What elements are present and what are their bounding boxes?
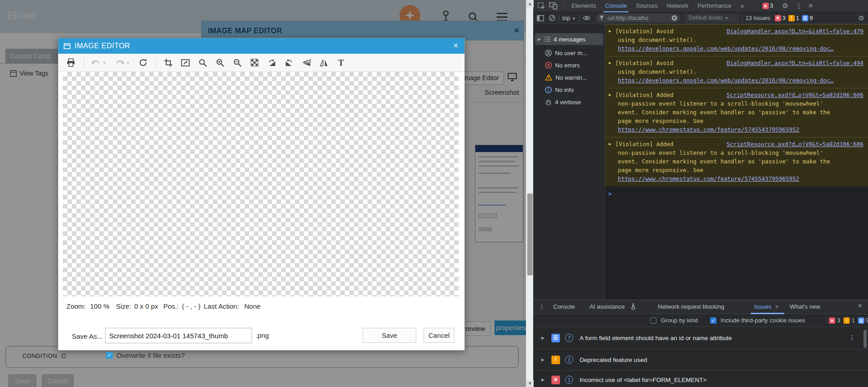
more-tabs-icon[interactable]: » [736,0,749,12]
text-tool-icon[interactable]: T [335,56,347,69]
devtools-menu-icon[interactable]: ⋮ [796,2,802,10]
zoom-out-icon[interactable] [231,56,243,69]
sidebar-item-label: No warnin... [555,74,587,81]
log-levels-dropdown[interactable]: Default levels ▼ [685,14,739,22]
drawer-tab-console[interactable]: Console [553,303,575,310]
console-prompt[interactable]: > [608,190,868,197]
drawer-tab-issues[interactable]: Issues [754,303,772,310]
device-toolbar-icon[interactable] [549,2,557,10]
issue-count-badge: 1 [565,376,573,384]
issues-counter[interactable]: 13 Issues: ✕ 3 ! 1 ☰ 9 [746,15,816,21]
source-link[interactable]: ScriptResource.axd?d…ojV0&t=5a82d106:606 [727,140,863,148]
source-link[interactable]: DialogHandler.aspx?D…tn=&isRtl=false:494 [727,59,863,67]
sidebar-item-info[interactable]: No info [535,84,603,96]
source-link[interactable]: ScriptResource.axd?d…ojV0&t=5a82d106:606 [727,91,863,99]
scroll-down-icon[interactable]: ▼ [526,380,534,387]
info-circle-icon [545,87,552,93]
console-filter[interactable]: -url:http://localho [596,14,681,22]
zoom-in-icon[interactable] [214,56,226,69]
tab-network[interactable]: Network [662,0,693,12]
console-message[interactable]: ▶[Violation] Added ScriptResource.axd?d…… [605,88,868,137]
undo-icon[interactable] [90,56,102,69]
resize-icon[interactable] [179,56,192,69]
group-by-kind-checkbox[interactable] [650,317,656,324]
flip-vertical-icon[interactable] [300,56,313,69]
overwrite-checkbox[interactable]: ✓ [106,352,113,359]
scroll-up-icon[interactable]: ▲ [526,0,534,7]
expand-icon[interactable]: ▶ [541,336,545,340]
clear-console-icon[interactable] [549,15,555,21]
undo-menu-icon[interactable]: ▾ [103,60,109,65]
tab-elements[interactable]: Elements [567,0,601,12]
console-sidebar-toggle-icon[interactable] [537,15,544,21]
error-badge[interactable]: ✕ 3 [762,3,776,9]
dialog-save-button[interactable]: Save [363,328,416,343]
tab-console[interactable]: Console [601,0,631,12]
issue-row[interactable]: ▶ ☰ 7 A form field element should have a… [533,327,868,349]
tab-sources[interactable]: Sources [631,0,662,12]
redo-icon[interactable] [113,56,126,69]
tab-performance[interactable]: Performance [693,0,736,12]
sidebar-item-user-messages[interactable]: No user m... [535,47,603,59]
expand-icon[interactable]: ▶ [538,37,541,41]
refresh-icon[interactable] [137,56,149,69]
zoom-icon[interactable] [197,56,209,69]
filter-input[interactable]: -url:http://localho [606,15,669,21]
issue-count-badge: 1 [565,356,573,364]
bug-icon [545,99,552,106]
clear-filter-icon[interactable] [671,15,677,21]
source-link[interactable]: DialogHandler.aspx?D…tn=&isRtl=false:479 [727,27,863,36]
dialog-cancel-button[interactable]: Cancel [424,328,454,343]
transparency-icon[interactable] [248,56,261,69]
message-link[interactable]: https://www.chromestatus.com/feature/574… [618,125,842,134]
editor-canvas[interactable] [63,72,459,296]
message-body: non-passive event listener to a scroll-b… [618,99,842,125]
live-expression-eye-icon[interactable] [583,15,590,21]
issue-warning-icon: ! [551,356,560,364]
third-party-checkbox[interactable]: ✓ [710,317,717,324]
sidebar-item-messages[interactable]: ▶ 4 messages [535,33,603,45]
inspect-element-icon[interactable] [538,2,545,10]
image-editor-close-icon[interactable]: × [453,41,458,51]
page-scrollbar[interactable]: ▲ ▼ [526,0,533,387]
sidebar-item-verbose[interactable]: 4 verbose [535,96,603,108]
message-link[interactable]: https://developers.google.com/web/update… [618,44,842,53]
redo-menu-icon[interactable]: ▾ [127,60,132,65]
rotate-left-icon[interactable] [283,56,295,69]
divider [563,2,564,10]
drawer-tab-ai-assistance[interactable]: AI assistance [590,303,625,310]
issue-menu-icon[interactable]: ⋮ [849,334,855,341]
message-link[interactable]: https://www.chromestatus.com/feature/574… [618,174,842,183]
drawer-menu-icon[interactable]: ⋮ [539,303,545,310]
console-message[interactable]: ▶[Violation] Avoid DialogHandler.aspx?D…… [605,24,868,56]
expand-icon[interactable]: ▶ [609,59,611,67]
drawer-tab-network-request-blocking[interactable]: Network request blocking [658,303,724,310]
message-link[interactable]: https://developers.google.com/web/update… [618,76,842,85]
context-selector[interactable]: top ▼ [562,15,576,21]
devtools-close-icon[interactable]: × [808,1,813,10]
sidebar-item-warnings[interactable]: No warnin... [535,71,603,83]
drawer-tab-whats-new[interactable]: What's new [790,303,820,310]
rotate-right-icon[interactable] [266,56,278,69]
scrollbar-thumb[interactable] [527,194,533,275]
issue-row[interactable]: ▶ ! 1 Deprecated feature used [533,349,868,371]
crop-icon[interactable] [162,56,174,69]
console-settings-gear-icon[interactable]: ⚙ [858,14,864,22]
settings-gear-icon[interactable]: ⚙ [782,2,788,10]
drawer-tab-issues-close-icon[interactable]: × [775,303,779,310]
flip-horizontal-icon[interactable] [318,56,330,69]
expand-icon[interactable]: ▶ [609,140,611,148]
console-message[interactable]: ▶[Violation] Added ScriptResource.axd?d…… [605,137,868,186]
drawer-scrollbar-thumb[interactable] [863,330,867,348]
issue-row[interactable]: ▶ ✕ 1 Incorrect use of <label for=FORM_E… [533,371,868,387]
expand-icon[interactable]: ▶ [541,377,545,382]
print-icon[interactable] [65,56,77,69]
webpage: Logo Custom Comp View Tags CONDITION [0,0,526,387]
expand-icon[interactable]: ▶ [541,357,545,362]
filename-input[interactable] [105,328,252,343]
expand-icon[interactable]: ▶ [609,91,611,99]
sidebar-item-errors[interactable]: No errors [535,59,603,71]
console-message[interactable]: ▶[Violation] Avoid DialogHandler.aspx?D…… [605,56,868,88]
drawer-close-icon[interactable]: × [858,302,862,310]
expand-icon[interactable]: ▶ [609,27,611,36]
